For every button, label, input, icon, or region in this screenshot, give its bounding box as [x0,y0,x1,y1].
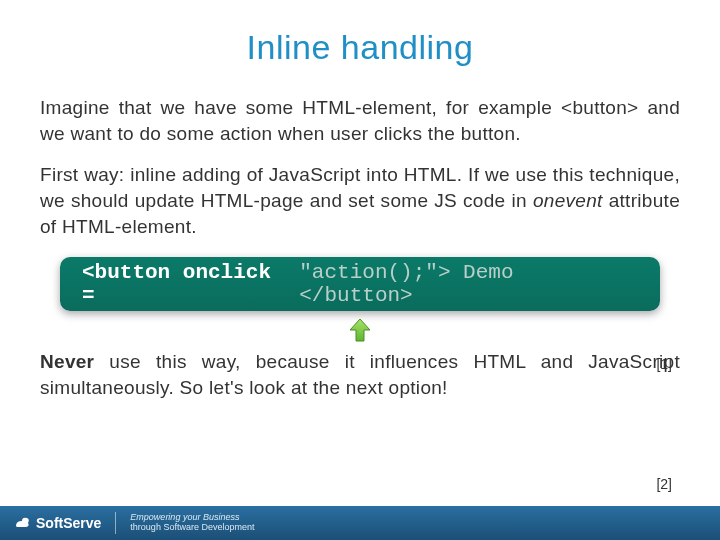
footer-brand-text: SoftServe [36,515,101,531]
softserve-icon [14,515,30,531]
arrow-up-icon [348,317,372,343]
never-rest: use this way, because it influences HTML… [40,351,680,398]
code-attr: <button onclick = [82,261,295,307]
citation-2: [2] [656,476,672,492]
paragraph-never: Never use this way, because it influence… [40,349,680,400]
citation-1: [1] [656,356,672,372]
paragraph-firstway: First way: inline adding of JavaScript i… [40,162,680,239]
text-onevent: onevent [533,190,603,211]
slide: Inline handling Imagine that we have som… [0,0,720,540]
footer-bar: SoftServe Empowering your Business throu… [0,506,720,540]
footer-logo: SoftServe [14,515,101,531]
code-rest: "action();"> Demo </button> [299,261,638,307]
footer-divider [115,512,116,534]
footer-tagline: Empowering your Business through Softwar… [130,513,254,533]
arrow-up-wrap [40,317,680,347]
slide-title: Inline handling [40,28,680,67]
code-example-box: <button onclick = "action();"> Demo </bu… [60,257,660,311]
footer-tag-line2: through Software Development [130,523,254,533]
paragraph-intro: Imagine that we have some HTML-element, … [40,95,680,146]
never-label: Never [40,351,94,372]
